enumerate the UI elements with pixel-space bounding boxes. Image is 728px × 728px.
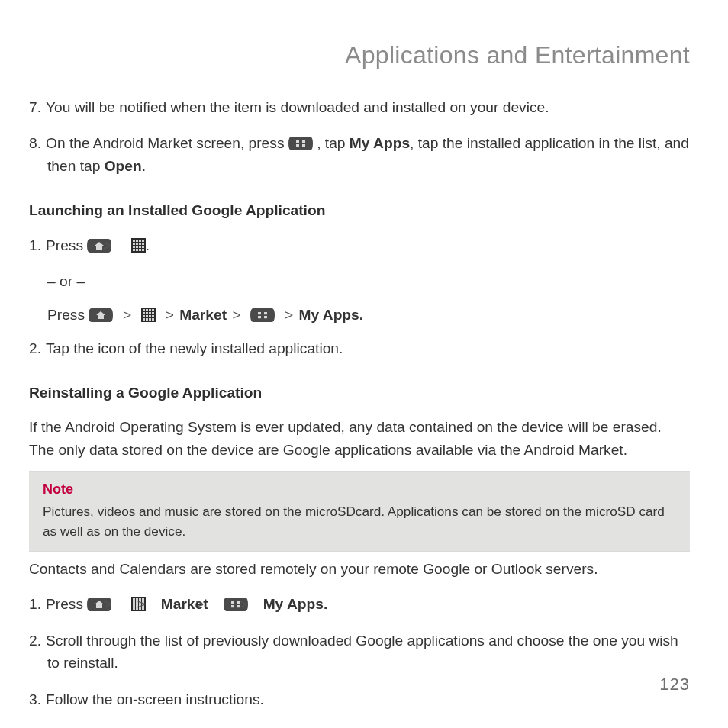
step-text-part: .	[142, 158, 146, 174]
ui-label: My Apps.	[263, 596, 328, 612]
footer-rule: 123	[623, 665, 690, 697]
svg-rect-31	[146, 315, 148, 317]
svg-rect-26	[143, 312, 145, 314]
chevron-icon: >	[212, 593, 215, 616]
page-number: 123	[659, 675, 690, 694]
page-title: Applications and Entertainment	[29, 37, 690, 75]
reinstall-step-3: 3.Follow the on-screen instructions.	[29, 688, 690, 711]
chevron-icon: >	[283, 304, 295, 327]
step-text: You will be notified when the item is do…	[46, 99, 549, 115]
svg-rect-51	[133, 604, 135, 607]
step-number: 7.	[29, 96, 46, 119]
note-label: Note	[43, 479, 676, 501]
step-text-part: Press	[46, 237, 87, 253]
step-text-part: Press	[46, 596, 87, 612]
svg-rect-5	[133, 240, 135, 242]
step-number: 2.	[29, 630, 46, 652]
step-number: 3.	[29, 688, 46, 711]
svg-rect-0	[296, 140, 299, 143]
svg-rect-14	[136, 246, 138, 248]
chevron-icon: >	[256, 593, 259, 616]
svg-rect-39	[264, 312, 267, 314]
step-text: Follow the on-screen instructions.	[46, 691, 264, 707]
after-note-text: Contacts and Calendars are stored remote…	[29, 558, 690, 581]
svg-rect-16	[142, 246, 144, 248]
chevron-icon: >	[120, 234, 123, 257]
launch-step-1: 1.Press > .	[29, 234, 690, 257]
chevron-icon: >	[230, 304, 242, 327]
svg-rect-40	[258, 316, 261, 318]
step-number: 1.	[29, 593, 46, 616]
svg-rect-18	[136, 249, 138, 251]
svg-rect-32	[149, 315, 151, 317]
step-text-part: Press	[47, 307, 89, 323]
svg-rect-47	[133, 601, 135, 604]
step-number: 1.	[29, 234, 46, 257]
step-text: Tap the icon of the newly installed appl…	[46, 340, 343, 356]
step-number: 8.	[29, 132, 46, 155]
svg-rect-19	[139, 249, 141, 251]
note-box: Note Pictures, videos and music are stor…	[29, 471, 690, 552]
chevron-icon: >	[121, 304, 133, 327]
ui-label: My Apps	[350, 135, 410, 151]
step-7: 7.You will be notified when the item is …	[29, 96, 690, 119]
svg-rect-28	[149, 312, 151, 314]
svg-rect-15	[139, 246, 141, 248]
chevron-icon: >	[164, 304, 176, 327]
svg-rect-2	[296, 144, 299, 147]
ui-label: Open	[105, 158, 142, 174]
svg-rect-3	[302, 144, 305, 147]
menu-key-icon	[288, 137, 313, 150]
svg-rect-17	[133, 249, 135, 251]
svg-rect-43	[133, 598, 135, 601]
or-separator: – or –	[47, 270, 690, 293]
svg-rect-33	[152, 315, 154, 317]
chevron-icon: >	[153, 593, 156, 616]
svg-rect-59	[231, 601, 234, 604]
apps-grid-icon	[141, 308, 156, 322]
step-number: 2.	[29, 337, 46, 360]
svg-rect-25	[152, 309, 154, 311]
svg-rect-30	[143, 315, 145, 317]
apps-grid-icon	[131, 238, 146, 253]
svg-rect-35	[146, 318, 148, 321]
svg-rect-36	[149, 318, 151, 321]
page-footer: 123	[623, 665, 690, 697]
svg-rect-10	[136, 243, 138, 245]
svg-rect-22	[143, 309, 145, 311]
svg-rect-61	[231, 605, 234, 607]
home-key-icon	[89, 308, 113, 322]
svg-rect-55	[133, 607, 135, 610]
svg-rect-29	[152, 312, 154, 314]
svg-rect-1	[302, 140, 305, 143]
step-text-part: .	[146, 237, 150, 253]
menu-key-icon	[250, 308, 275, 322]
svg-rect-9	[133, 243, 135, 245]
step-text: Scroll through the list of previously do…	[46, 633, 678, 672]
reinstall-step-1: 1.Press > > Market >	[29, 593, 690, 616]
ui-label: Market	[179, 307, 227, 323]
svg-rect-27	[146, 312, 148, 314]
svg-rect-23	[146, 309, 148, 311]
reinstall-step-2: 2.Scroll through the list of previously …	[29, 630, 690, 675]
svg-rect-7	[139, 240, 141, 242]
svg-rect-38	[258, 312, 261, 314]
svg-rect-13	[133, 246, 135, 248]
ui-label: My Apps.	[299, 307, 364, 323]
svg-rect-24	[149, 309, 151, 311]
reinstall-intro: If the Android Operating System is ever …	[29, 416, 690, 462]
svg-rect-8	[142, 240, 144, 242]
svg-rect-20	[142, 249, 144, 251]
manual-page: Applications and Entertainment 7.You wil…	[0, 0, 728, 728]
svg-rect-12	[142, 243, 144, 245]
svg-rect-11	[139, 243, 141, 245]
launch-step-2: 2.Tap the icon of the newly installed ap…	[29, 337, 690, 360]
step-8: 8.On the Android Market screen, press , …	[29, 132, 690, 178]
note-body: Pictures, videos and music are stored on…	[43, 504, 665, 540]
chevron-icon: >	[120, 593, 123, 616]
step-text-part: , tap	[313, 135, 350, 151]
step-text-part: On the Android Market screen, press	[46, 135, 288, 151]
section-heading-launching: Launching an Installed Google Applicatio…	[29, 199, 690, 222]
svg-rect-34	[143, 318, 145, 321]
svg-rect-41	[264, 316, 267, 318]
